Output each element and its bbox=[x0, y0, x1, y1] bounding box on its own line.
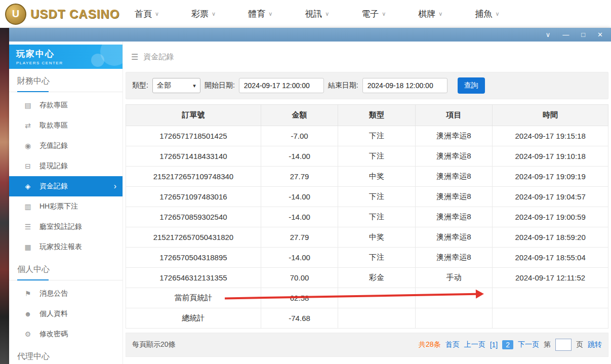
window-body: 玩家中心 PLAYERS CENTER 財務中心 ▤ 存款專區 ⇄ 取款專區 ◉… bbox=[9, 42, 611, 364]
sidebar-item-cashout-record[interactable]: ⊟ 提現記錄 bbox=[9, 156, 123, 176]
person-icon: ☻ bbox=[23, 310, 32, 318]
nav-item-home[interactable]: 首頁 ∨ bbox=[135, 8, 159, 20]
logo[interactable]: U USDT CASINO bbox=[0, 4, 128, 25]
sidebar-item-recharge-record[interactable]: ◉ 充值記錄 bbox=[9, 136, 123, 156]
hall-bet-icon: ☰ bbox=[23, 223, 32, 231]
section-personal-center: 個人中心 bbox=[9, 257, 123, 280]
nav-item-live-video[interactable]: 視訊 ∨ bbox=[305, 8, 329, 20]
collapse-icon[interactable]: ∨ bbox=[546, 31, 551, 38]
table-footer: 每頁顯示20條 共28条 首页 上一页 [1] 2 下一页 第 页 跳转 bbox=[126, 333, 608, 357]
background-photo-strip bbox=[0, 28, 9, 364]
sidebar: 玩家中心 PLAYERS CENTER 財務中心 ▤ 存款專區 ⇄ 取款專區 ◉… bbox=[9, 42, 123, 364]
funds-record-table: 訂單號 金額 類型 項目 時間 1726571718501425-7.00下注澳… bbox=[126, 104, 608, 329]
page-size-label: 每頁顯示20條 bbox=[132, 340, 176, 349]
column-header-amount: 金額 bbox=[261, 105, 338, 126]
report-icon: ▦ bbox=[23, 243, 32, 251]
sidebar-item-label: HH彩票下注 bbox=[39, 202, 78, 211]
sidebar-item-player-bet-report[interactable]: ▦ 玩家投注報表 bbox=[9, 237, 123, 257]
sidebar-item-announcements[interactable]: ⚑ 消息公告 bbox=[9, 284, 123, 304]
page-2-current[interactable]: 2 bbox=[502, 340, 513, 349]
nav-item-lottery[interactable]: 彩票 ∨ bbox=[191, 8, 216, 20]
main-nav: 首頁 ∨ 彩票 ∨ 體育 ∨ 視訊 ∨ 電子 ∨ 棋牌 ∨ 捕魚 ∨ bbox=[128, 8, 499, 20]
type-select[interactable]: 全部 ▾ bbox=[152, 78, 200, 93]
page-title: 資金記錄 bbox=[143, 52, 174, 62]
menu-icon[interactable]: ☰ bbox=[131, 52, 138, 62]
column-header-time: 時間 bbox=[493, 105, 608, 126]
jump-label-after: 页 bbox=[576, 340, 583, 349]
type-label: 類型: bbox=[132, 81, 148, 90]
chevron-right-icon: › bbox=[114, 182, 116, 191]
section-finance-center: 財務中心 bbox=[9, 69, 123, 92]
page-1-link[interactable]: [1] bbox=[490, 341, 498, 349]
player-center-window: ∨ — □ ✕ 玩家中心 PLAYERS CENTER 財務中心 ▤ 存款專區 … bbox=[9, 28, 611, 364]
sidebar-item-profile[interactable]: ☻ 個人資料 bbox=[9, 304, 123, 324]
nav-label: 首頁 bbox=[135, 8, 152, 20]
nav-label: 捕魚 bbox=[475, 8, 492, 20]
sidebar-item-label: 資金記錄 bbox=[39, 182, 68, 191]
sidebar-item-funds-record[interactable]: ◈ 資金記錄 › bbox=[9, 176, 123, 196]
type-select-value: 全部 bbox=[157, 81, 171, 90]
table-row: 215217265710974834027.79中奖澳洲幸运82024-09-1… bbox=[126, 167, 608, 187]
top-navigation-bar: U USDT CASINO 首頁 ∨ 彩票 ∨ 體育 ∨ 視訊 ∨ 電子 ∨ 棋… bbox=[0, 0, 611, 28]
chevron-down-icon: ∨ bbox=[495, 11, 499, 17]
gear-icon: ⚙ bbox=[23, 330, 32, 338]
total-count: 共28条 bbox=[419, 340, 441, 349]
sidebar-item-label: 取款專區 bbox=[39, 121, 68, 130]
sidebar-subtitle: PLAYERS CENTER bbox=[16, 61, 123, 65]
sidebar-item-label: 廳室投註記錄 bbox=[39, 222, 82, 231]
sidebar-item-change-password[interactable]: ⚙ 修改密碼 bbox=[9, 324, 123, 344]
start-date-input[interactable] bbox=[239, 78, 324, 93]
filter-bar: 類型: 全部 ▾ 開始日期: 結束日期: 查詢 bbox=[126, 72, 608, 99]
next-page-link[interactable]: 下一页 bbox=[518, 340, 539, 349]
table-row: 1726570859302540-14.00下注澳洲幸运82024-09-17 … bbox=[126, 207, 608, 227]
lottery-bet-icon: ▥ bbox=[23, 203, 32, 211]
chevron-down-icon: ∨ bbox=[268, 11, 272, 17]
chevron-down-icon: ∨ bbox=[325, 11, 329, 17]
chevron-down-icon: ∨ bbox=[212, 11, 216, 17]
table-row: 215217265705043182027.79中奖澳洲幸运82024-09-1… bbox=[126, 227, 608, 248]
sidebar-item-label: 充值記錄 bbox=[39, 141, 68, 150]
nav-item-slots[interactable]: 電子 ∨ bbox=[361, 8, 386, 20]
nav-label: 彩票 bbox=[191, 8, 209, 20]
sidebar-item-label: 個人資料 bbox=[39, 309, 68, 318]
sidebar-item-hall-bet-record[interactable]: ☰ 廳室投註記錄 bbox=[9, 217, 123, 237]
sidebar-item-hh-lottery-bets[interactable]: ▥ HH彩票下注 bbox=[9, 196, 123, 217]
funds-icon: ◈ bbox=[23, 182, 32, 190]
window-titlebar: ∨ — □ ✕ bbox=[9, 28, 611, 42]
withdraw-icon: ⇄ bbox=[23, 122, 32, 130]
sidebar-item-label: 消息公告 bbox=[39, 289, 68, 298]
maximize-icon[interactable]: □ bbox=[581, 31, 585, 38]
nav-item-sports[interactable]: 體育 ∨ bbox=[248, 8, 272, 20]
jump-page-input[interactable] bbox=[555, 339, 572, 351]
deposit-card-icon: ▤ bbox=[23, 101, 32, 109]
jump-label-before: 第 bbox=[544, 340, 551, 349]
sidebar-item-label: 修改密碼 bbox=[39, 330, 68, 339]
minimize-icon[interactable]: — bbox=[562, 31, 569, 38]
logo-icon: U bbox=[5, 4, 26, 25]
sidebar-item-deposit-zone[interactable]: ▤ 存款專區 bbox=[9, 95, 123, 115]
sidebar-item-label: 存款專區 bbox=[39, 101, 68, 110]
nav-label: 棋牌 bbox=[418, 8, 435, 20]
chevron-down-icon: ∨ bbox=[438, 11, 442, 17]
column-header-item: 項目 bbox=[415, 105, 492, 126]
breadcrumb: ☰ 資金記錄 bbox=[123, 42, 611, 72]
nav-item-fishing[interactable]: 捕魚 ∨ bbox=[475, 8, 499, 20]
close-icon[interactable]: ✕ bbox=[597, 31, 603, 38]
nav-item-board-games[interactable]: 棋牌 ∨ bbox=[418, 8, 442, 20]
logo-text: USDT CASINO bbox=[30, 7, 119, 21]
search-button[interactable]: 查詢 bbox=[458, 77, 485, 94]
end-date-input[interactable] bbox=[362, 78, 447, 93]
table-row: 1726570504318895-14.00下注澳洲幸运82024-09-17 … bbox=[126, 248, 608, 268]
first-page-link[interactable]: 首页 bbox=[445, 340, 460, 349]
prev-page-link[interactable]: 上一页 bbox=[464, 340, 485, 349]
table-row: 1726571097483016-14.00下注澳洲幸运82024-09-17 … bbox=[126, 187, 608, 207]
recharge-icon: ◉ bbox=[23, 142, 32, 150]
sidebar-item-label: 玩家投注報表 bbox=[39, 242, 82, 252]
select-arrow-icon: ▾ bbox=[193, 83, 196, 89]
column-header-order-no: 訂單號 bbox=[126, 105, 261, 126]
jump-button[interactable]: 跳转 bbox=[588, 340, 602, 349]
sidebar-item-withdraw-zone[interactable]: ⇄ 取款專區 bbox=[9, 115, 123, 136]
main-content: ☰ 資金記錄 類型: 全部 ▾ 開始日期: 結束日期: 查詢 bbox=[123, 42, 611, 364]
chevron-down-icon: ∨ bbox=[155, 11, 159, 17]
table-row: 1726571418433140-14.00下注澳洲幸运82024-09-17 … bbox=[126, 146, 608, 167]
